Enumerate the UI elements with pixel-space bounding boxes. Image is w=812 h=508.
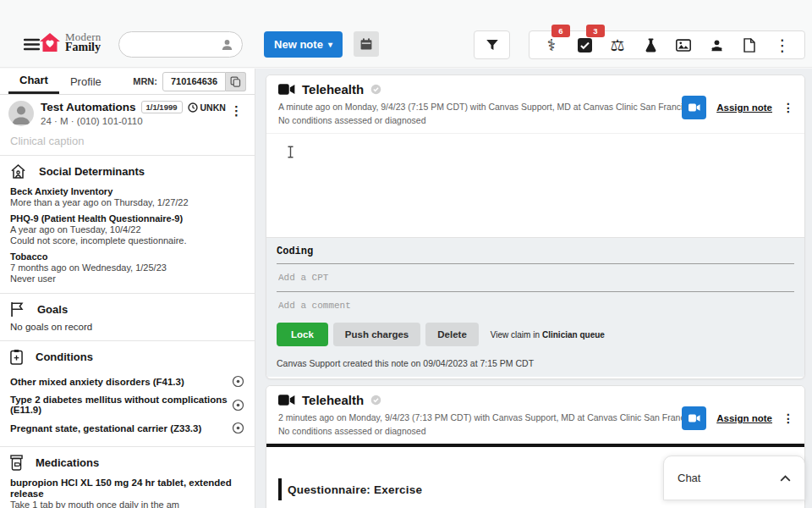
chat-label: Chat	[678, 472, 700, 484]
flag-icon	[10, 301, 25, 318]
caduceus-icon[interactable]: ⚕	[542, 36, 561, 54]
new-note-button[interactable]: New note ▾	[264, 31, 343, 58]
coding-section: Coding Lock Push charges Delete View cla…	[266, 237, 804, 377]
cpt-input[interactable]	[277, 264, 794, 291]
assign-note-link[interactable]: Assign note	[716, 413, 772, 423]
view-claim-link[interactable]: View claim inClinician queue	[491, 330, 605, 340]
note-title: Telehealth	[302, 82, 364, 97]
patient-profile-icon[interactable]	[707, 36, 726, 54]
scales-icon[interactable]: ⚖	[608, 36, 627, 54]
clinical-caption-field[interactable]: Clinical caption	[0, 126, 255, 155]
sidebar-tabs: Chart Profile MRN: 710164636	[0, 69, 255, 95]
mrn-label: MRN:	[133, 76, 157, 86]
check-circle-icon	[370, 84, 381, 95]
conditions-section: Conditions Other mixed anxiety disorders…	[0, 341, 255, 446]
goals-empty-text: No goals on record	[10, 322, 244, 332]
medication-item[interactable]: bupropion HCl XL 150 mg 24 hr tablet, ex…	[10, 478, 244, 508]
text-cursor-icon	[287, 146, 294, 158]
note-card-telehealth-1: Telehealth A minute ago on Monday, 9/4/2…	[266, 75, 805, 379]
conditions-title: Conditions	[36, 351, 93, 363]
image-icon[interactable]	[674, 36, 693, 54]
condition-target-icon[interactable]	[232, 375, 244, 388]
condition-row: Type 2 diabetes mellitus without complic…	[10, 391, 244, 418]
tab-profile[interactable]: Profile	[59, 69, 112, 94]
check-circle-icon	[370, 395, 381, 406]
topbar: Modern Family New note ▾ 6 3 ⚕ ⚖	[0, 0, 812, 68]
tab-chart[interactable]: Chart	[8, 69, 59, 94]
condition-target-icon[interactable]	[232, 422, 244, 434]
chevron-up-icon	[780, 475, 791, 482]
push-charges-button[interactable]: Push charges	[333, 323, 420, 346]
patient-avatar	[8, 101, 34, 126]
clipboard-icon	[10, 349, 23, 365]
list-item[interactable]: PHQ-9 (Patient Health Questionnaire-9) A…	[10, 213, 244, 246]
list-item[interactable]: Tobacco 7 months ago on Wednesday, 1/25/…	[10, 251, 244, 284]
condition-row: Pregnant state, gestational carrier (Z33…	[10, 418, 244, 438]
patient-kebab-menu-icon[interactable]: ⋮	[230, 103, 243, 119]
filter-funnel-icon	[486, 39, 499, 52]
chevron-down-icon: ▾	[328, 40, 332, 49]
goals-title: Goals	[37, 303, 68, 316]
join-video-button[interactable]	[682, 96, 706, 119]
note-title: Telehealth	[302, 393, 364, 407]
join-video-button[interactable]	[682, 406, 706, 430]
calendar-icon	[359, 37, 373, 51]
video-camera-icon	[278, 395, 295, 406]
logo-text-family: Family	[65, 42, 101, 52]
house-heart-logo-icon	[39, 32, 61, 52]
search-input[interactable]	[131, 39, 220, 51]
video-camera-icon	[278, 84, 295, 95]
copy-mrn-button[interactable]	[226, 72, 246, 91]
filter-button[interactable]	[474, 30, 510, 59]
hamburger-menu-icon[interactable]	[24, 38, 40, 51]
pill-bottle-icon	[10, 455, 23, 471]
comment-input[interactable]	[277, 292, 794, 319]
timeline-panel: Telehealth A minute ago on Monday, 9/4/2…	[255, 69, 812, 508]
lock-button[interactable]: Lock	[277, 323, 328, 346]
goals-section: Goals No goals on record	[0, 294, 255, 340]
calendar-button[interactable]	[354, 31, 379, 57]
condition-target-icon[interactable]	[232, 399, 244, 411]
note-kebab-menu-icon[interactable]: ⋮	[782, 102, 794, 113]
assign-note-link[interactable]: Assign note	[716, 102, 772, 113]
condition-row: Other mixed anxiety disorders (F41.3)	[10, 372, 244, 391]
list-item[interactable]: Beck Anxiety Inventory More than a year …	[10, 186, 244, 208]
lab-flask-icon[interactable]	[641, 36, 660, 54]
patient-details: 24 · M · (010) 101-0110	[41, 116, 226, 126]
quick-actions-toolbar: 6 3 ⚕ ⚖ ⋮	[529, 30, 805, 59]
document-icon[interactable]	[740, 36, 759, 54]
chat-widget[interactable]: Chat	[663, 456, 805, 500]
social-determinants-title: Social Determinants	[39, 165, 145, 178]
note-kebab-menu-icon[interactable]: ⋮	[782, 412, 794, 424]
house-icon	[10, 163, 26, 179]
patient-dob-chip: 1/1/1999	[141, 101, 183, 113]
medical-badge: 6	[551, 25, 570, 37]
patient-name: Test Automations	[41, 101, 136, 113]
tasks-checkbox-icon[interactable]	[575, 36, 594, 54]
person-search-icon	[220, 37, 234, 52]
heading-bar	[278, 478, 282, 500]
social-determinants-section: Social Determinants Beck Anxiety Invento…	[0, 156, 255, 293]
note-created-footer: Canvas Support created this note on 09/0…	[277, 358, 794, 368]
delete-button[interactable]: Delete	[425, 323, 479, 346]
note-header: Telehealth 2 minutes ago on Monday, 9/4/…	[266, 386, 804, 444]
app-logo[interactable]: Modern Family	[39, 32, 101, 52]
patient-header: Test Automations 1/1/1999 UNKN 24 · M · …	[0, 95, 255, 126]
patient-sidebar: Chart Profile MRN: 710164636 Test Automa…	[0, 69, 255, 508]
note-header: Telehealth A minute ago on Monday, 9/4/2…	[266, 75, 804, 133]
medications-section: Medications bupropion HCl XL 150 mg 24 h…	[0, 447, 255, 508]
patient-time-status: UNKN	[200, 102, 226, 113]
patient-search	[118, 31, 243, 58]
new-note-label: New note	[274, 38, 323, 51]
clock-icon	[188, 102, 198, 113]
kebab-menu-icon[interactable]: ⋮	[773, 36, 792, 54]
tasks-badge: 3	[586, 25, 605, 37]
coding-title: Coding	[277, 246, 794, 257]
note-editor[interactable]	[266, 133, 804, 237]
medications-title: Medications	[36, 456, 99, 469]
mrn-value: 710164636	[162, 72, 226, 91]
